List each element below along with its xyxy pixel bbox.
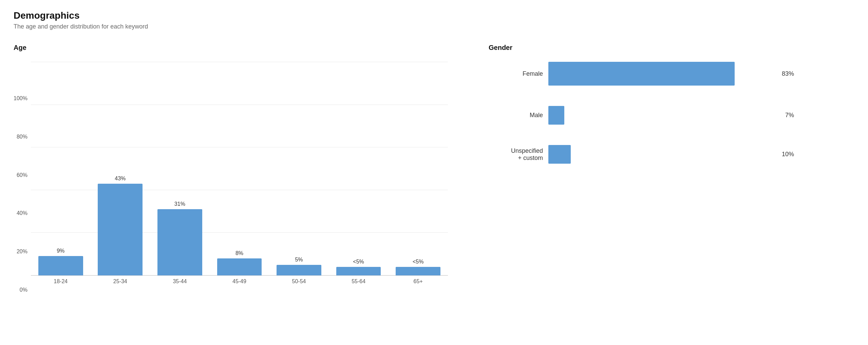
y-axis-label: 100%	[14, 96, 27, 101]
gender-bar	[548, 62, 735, 86]
gender-bar-label: Unspecified+ custom	[489, 147, 543, 162]
y-axis-label: 40%	[17, 211, 27, 216]
y-axis-label: 80%	[17, 134, 27, 140]
bar-value-label: 5%	[295, 257, 303, 263]
age-chart-title: Age	[14, 44, 448, 52]
bar	[157, 209, 202, 275]
x-axis-label: 18-24	[31, 278, 91, 285]
age-chart: Age 100%80%60%40%20%0%	[14, 44, 448, 293]
bar-group: 43%	[91, 62, 150, 275]
y-axis-label: 60%	[17, 172, 27, 178]
x-axis-label: 25-34	[91, 278, 150, 285]
bar-group: 9%	[31, 62, 91, 275]
gender-bar-row: Unspecified+ custom10%	[489, 145, 794, 164]
y-axis-label: 20%	[17, 249, 27, 254]
x-axis-label: 55-64	[329, 278, 389, 285]
bar-group: <5%	[388, 62, 448, 275]
bar	[396, 267, 440, 275]
gender-bar-row: Female83%	[489, 62, 794, 86]
page-subtitle: The age and gender distribution for each…	[14, 23, 854, 30]
gender-bar	[548, 145, 571, 164]
gender-bar-wrap	[548, 145, 773, 164]
gender-bar	[548, 106, 564, 125]
bar-value-label: <5%	[413, 259, 423, 265]
gender-pct-label: 83%	[782, 70, 794, 77]
bars-and-grid: 9%43%31%8%5%<5%<5%	[31, 62, 448, 275]
bar-group: 5%	[269, 62, 329, 275]
gender-bar-label: Male	[489, 112, 543, 119]
bars-area: 9%43%31%8%5%<5%<5% 18-2425-3435-4445-495…	[31, 62, 448, 293]
gender-bars-container: Female83%Male7%Unspecified+ custom10%	[489, 62, 794, 164]
gender-bar-row: Male7%	[489, 106, 794, 125]
page-title: Demographics	[14, 10, 854, 21]
bar	[98, 184, 143, 275]
gender-bar-wrap	[548, 106, 776, 125]
bar-value-label: 8%	[235, 250, 243, 256]
x-axis-label: 50-54	[269, 278, 329, 285]
gender-chart-title: Gender	[489, 44, 794, 52]
bar-value-label: 43%	[115, 176, 126, 182]
bar	[277, 265, 321, 275]
bar-value-label: 31%	[174, 201, 185, 207]
bar	[336, 267, 381, 275]
y-axis: 100%80%60%40%20%0%	[14, 96, 27, 293]
bar-value-label: <5%	[353, 259, 364, 265]
x-axis-label: 65+	[388, 278, 448, 285]
x-axis-label: 35-44	[150, 278, 210, 285]
gender-bar-label: Female	[489, 70, 543, 77]
x-axis-label: 45-49	[210, 278, 269, 285]
gender-chart: Gender Female83%Male7%Unspecified+ custo…	[489, 44, 794, 164]
x-labels-row: 18-2425-3435-4445-4950-5455-6465+	[31, 276, 448, 293]
gender-pct-label: 7%	[785, 112, 794, 119]
bar-value-label: 9%	[57, 248, 64, 254]
y-axis-label: 0%	[20, 287, 27, 293]
bar-group: <5%	[329, 62, 389, 275]
age-chart-inner: 100%80%60%40%20%0% 9%43%31%8%5	[14, 62, 448, 293]
bar	[38, 256, 83, 275]
gender-bar-wrap	[548, 62, 773, 86]
gender-pct-label: 10%	[782, 151, 794, 158]
bar-group: 31%	[150, 62, 210, 275]
bar-group: 8%	[210, 62, 269, 275]
bars-row: 9%43%31%8%5%<5%<5%	[31, 62, 448, 275]
bar	[217, 258, 262, 275]
charts-container: Age 100%80%60%40%20%0%	[14, 44, 854, 293]
